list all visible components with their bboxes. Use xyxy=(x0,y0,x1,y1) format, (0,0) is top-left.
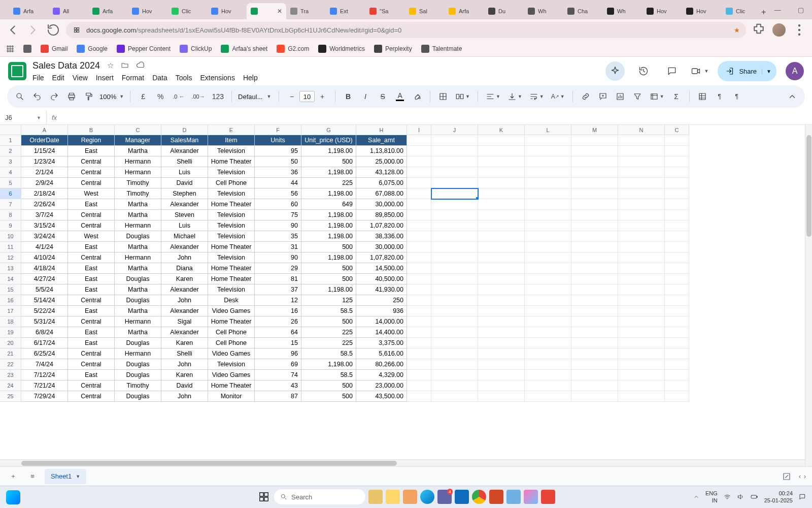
cell[interactable]: Martha xyxy=(115,327,161,338)
cell[interactable] xyxy=(571,370,618,380)
bookmark-item[interactable]: Talentmate xyxy=(421,45,462,53)
cell[interactable] xyxy=(431,348,478,359)
column-header[interactable]: M xyxy=(571,125,618,135)
horizontal-scrollbar[interactable] xyxy=(0,459,805,466)
browser-tab[interactable]: Sal xyxy=(405,3,445,19)
column-header[interactable]: F xyxy=(255,125,301,135)
browser-tab[interactable]: Hov xyxy=(128,3,167,19)
cell[interactable] xyxy=(478,156,525,167)
cell[interactable] xyxy=(478,210,525,220)
formula-input[interactable] xyxy=(62,111,812,124)
cell[interactable] xyxy=(665,146,689,156)
volume-icon[interactable] xyxy=(737,493,744,501)
cell[interactable]: 6/17/24 xyxy=(21,338,68,348)
column-header[interactable]: N xyxy=(618,125,665,135)
cell[interactable] xyxy=(478,316,525,327)
cell[interactable] xyxy=(525,380,571,391)
cell[interactable] xyxy=(478,338,525,348)
cell[interactable]: 3/24/24 xyxy=(21,231,68,242)
cell[interactable]: John xyxy=(161,391,208,402)
cell[interactable]: East xyxy=(68,370,115,380)
select-all-corner[interactable] xyxy=(0,125,21,135)
cell[interactable]: Alexander xyxy=(161,146,208,156)
share-dropdown-icon[interactable]: ▼ xyxy=(762,69,771,74)
cell[interactable]: 1,13,810.00 xyxy=(356,146,407,156)
cell[interactable] xyxy=(407,316,431,327)
cell[interactable] xyxy=(618,284,665,295)
cell[interactable]: Home Theater xyxy=(208,380,255,391)
increase-decimal-button[interactable]: .00→ xyxy=(190,89,206,104)
row-header[interactable]: 16 xyxy=(0,295,21,306)
browser-tab[interactable]: Ext xyxy=(326,3,365,19)
cell[interactable]: 1/15/24 xyxy=(21,146,68,156)
header-cell[interactable]: Units xyxy=(255,135,301,146)
cell[interactable] xyxy=(525,316,571,327)
fill-color-button[interactable] xyxy=(411,89,424,104)
column-header[interactable]: L xyxy=(525,125,571,135)
cell[interactable]: Television xyxy=(208,220,255,231)
cell[interactable]: 35 xyxy=(255,231,301,242)
cell[interactable] xyxy=(525,199,571,210)
cell[interactable]: 16 xyxy=(255,306,301,316)
cell[interactable] xyxy=(618,274,665,284)
cell[interactable]: David xyxy=(161,178,208,188)
name-box[interactable]: J6▼ xyxy=(0,111,47,124)
browser-tab[interactable]: Wh xyxy=(603,3,642,19)
cell[interactable]: Stephen xyxy=(161,188,208,199)
cell[interactable]: John xyxy=(161,252,208,263)
cell[interactable]: 649 xyxy=(301,199,356,210)
header-cell[interactable]: OrderDate xyxy=(21,135,68,146)
url-field[interactable]: docs.google.com/spreadsheets/d/1sxEAowi5… xyxy=(66,22,746,38)
cell[interactable] xyxy=(618,220,665,231)
cell[interactable] xyxy=(478,370,525,380)
row-header[interactable]: 22 xyxy=(0,359,21,370)
cell[interactable]: 3/7/24 xyxy=(21,210,68,220)
cell[interactable]: 225 xyxy=(301,327,356,338)
cell[interactable]: Martha xyxy=(115,263,161,274)
cell[interactable] xyxy=(665,274,689,284)
cell[interactable]: 7/21/24 xyxy=(21,380,68,391)
row-header[interactable]: 25 xyxy=(0,391,21,402)
snagit-icon[interactable] xyxy=(541,490,555,504)
cell[interactable] xyxy=(407,220,431,231)
cell[interactable]: Central xyxy=(68,167,115,178)
cell[interactable] xyxy=(525,306,571,316)
cell[interactable]: 36 xyxy=(255,167,301,178)
cell[interactable]: Video Games xyxy=(208,348,255,359)
cell[interactable] xyxy=(431,188,478,199)
minimize-button[interactable]: — xyxy=(766,0,789,19)
cell[interactable] xyxy=(525,284,571,295)
cell[interactable] xyxy=(478,391,525,402)
row-header[interactable]: 13 xyxy=(0,263,21,274)
cell[interactable] xyxy=(571,188,618,199)
cell[interactable] xyxy=(618,263,665,274)
cell[interactable] xyxy=(571,380,618,391)
cell[interactable]: Television xyxy=(208,359,255,370)
menu-data[interactable]: Data xyxy=(152,74,167,82)
cell[interactable]: Hermann xyxy=(115,167,161,178)
cell[interactable] xyxy=(665,167,689,178)
cell[interactable]: 2/26/24 xyxy=(21,199,68,210)
share-button[interactable]: Share ▼ xyxy=(718,61,776,81)
cell[interactable] xyxy=(618,338,665,348)
cell[interactable] xyxy=(618,178,665,188)
cell[interactable]: Home Theater xyxy=(208,199,255,210)
cell[interactable]: 43 xyxy=(255,380,301,391)
cell[interactable] xyxy=(665,156,689,167)
cell[interactable]: 3,375.00 xyxy=(356,338,407,348)
cell[interactable] xyxy=(665,220,689,231)
cell[interactable]: 4/1/24 xyxy=(21,242,68,252)
print-button[interactable] xyxy=(65,89,78,104)
browser-tab[interactable]: Hov xyxy=(682,3,722,19)
browser-tab[interactable]: Hov xyxy=(642,3,682,19)
cell[interactable] xyxy=(525,391,571,402)
cell[interactable]: Steven xyxy=(161,210,208,220)
cell[interactable]: Michael xyxy=(161,231,208,242)
search-menus-icon[interactable] xyxy=(13,89,26,104)
cell[interactable]: Alexander xyxy=(161,284,208,295)
header-cell[interactable] xyxy=(407,135,431,146)
cell[interactable] xyxy=(478,274,525,284)
cell[interactable]: 4/18/24 xyxy=(21,263,68,274)
redo-button[interactable] xyxy=(48,89,61,104)
column-header[interactable]: D xyxy=(161,125,208,135)
